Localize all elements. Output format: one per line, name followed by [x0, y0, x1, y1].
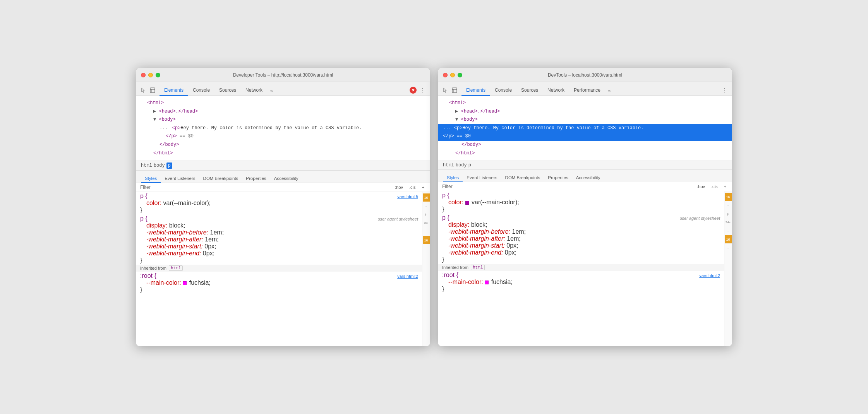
rule-selector-1[interactable]: p { [140, 193, 148, 200]
style-rule-p-2: p { user agent stylesheet display: block… [136, 214, 422, 265]
right-maximize-button[interactable] [458, 73, 462, 77]
rule-prop-main-color[interactable]: --main-color: fuchsia; [140, 279, 418, 286]
right-panel-tab-properties[interactable]: Properties [544, 174, 572, 182]
minimize-button[interactable] [148, 73, 153, 77]
right-rule-prop-main-color[interactable]: --main-color: fuchsia; [442, 279, 720, 286]
right-tab-console[interactable]: Console [490, 85, 516, 96]
panel-tab-event-listeners[interactable]: Event Listeners [161, 174, 199, 183]
right-inherited-tag[interactable]: html [471, 265, 485, 270]
right-panel-tab-event-listeners[interactable]: Event Listeners [463, 174, 501, 182]
right-rule-selector-2[interactable]: p { [442, 214, 449, 221]
inspect-icon[interactable] [149, 86, 156, 94]
right-dom-body-close[interactable]: </body> [443, 141, 727, 149]
right-tab-elements[interactable]: Elements [461, 85, 490, 96]
right-dom-html[interactable]: <html> [443, 99, 727, 108]
right-rule-prop-webkit-before[interactable]: -webkit-margin-before: 1em; [442, 228, 720, 235]
right-minimize-button[interactable] [450, 73, 455, 77]
panel-tab-properties[interactable]: Properties [242, 174, 270, 183]
right-tab-more[interactable]: » [605, 86, 614, 96]
right-dom-head[interactable]: ▶ <head>…</head> [443, 108, 727, 116]
rule-source-root[interactable]: vars.html:2 [397, 274, 418, 279]
rule-prop-webkit-after[interactable]: -webkit-margin-after: 1em; [140, 236, 418, 243]
dom-p-line[interactable]: ... <p>Hey there. My color is determined… [141, 124, 425, 133]
dom-head[interactable]: ▶ <head>…</head> [141, 108, 425, 116]
rule-selector-2[interactable]: p { [140, 215, 148, 222]
rule-selector-root[interactable]: :root { [140, 272, 156, 279]
cursor-icon[interactable] [139, 86, 147, 94]
tab-network[interactable]: Network [241, 85, 267, 96]
right-inspect-icon[interactable] [451, 86, 458, 94]
right-cls-button[interactable]: .cls [710, 184, 719, 189]
rule-header-1: p { vars.html:5 [140, 193, 418, 200]
right-rule-prop-display[interactable]: display: block; [442, 221, 720, 228]
close-button[interactable] [141, 73, 146, 77]
right-dom-p-close[interactable]: </p> == $0 [438, 132, 732, 141]
dom-html[interactable]: <html> [141, 99, 425, 108]
add-button[interactable]: + [420, 185, 426, 190]
left-dom-tree: <html> ▶ <head>…</head> ▼ <body> ... <p>… [136, 96, 430, 161]
breadcrumb-html[interactable]: html [141, 163, 152, 168]
tab-console[interactable]: Console [188, 85, 214, 96]
tab-more[interactable]: » [267, 86, 276, 96]
rule-prop-display[interactable]: display: block; [140, 222, 418, 229]
dom-html-close[interactable]: </html> [141, 149, 425, 158]
left-filter-input[interactable] [140, 185, 390, 190]
right-tab-sources[interactable]: Sources [516, 85, 543, 96]
dom-body[interactable]: ▼ <body> [141, 116, 425, 124]
right-panel-tab-styles[interactable]: Styles [443, 174, 463, 182]
cls-button[interactable]: .cls [408, 185, 417, 190]
rule-prop-webkit-start[interactable]: -webkit-margin-start: 0px; [140, 243, 418, 250]
maximize-button[interactable] [156, 73, 160, 77]
panel-tab-accessibility[interactable]: Accessibility [270, 174, 302, 183]
right-rule-source-root[interactable]: vars.html:2 [699, 273, 720, 278]
left-tabs-bar: Elements Console Sources Network » ✕ 1 ⋮ [136, 82, 430, 96]
left-styles-panel: :hov .cls + p { vars.html:5 color: var(-… [136, 183, 430, 346]
tab-right: ✕ 1 ⋮ [410, 86, 427, 96]
right-filter-input[interactable] [442, 184, 692, 189]
left-right-indicators: 16 - 9- 8× - 16 - [422, 192, 430, 346]
right-breadcrumb-body[interactable]: body [456, 163, 467, 168]
tab-sources[interactable]: Sources [214, 85, 241, 96]
right-hov-button[interactable]: :hov [695, 184, 707, 189]
right-more-icon[interactable]: ⋮ [721, 86, 729, 94]
rule-source-1[interactable]: vars.html:5 [397, 194, 418, 199]
right-cursor-icon[interactable] [441, 86, 449, 94]
breadcrumb-p[interactable]: p [166, 163, 172, 169]
right-rule-header-2: p { user agent stylesheet [442, 214, 720, 221]
right-close-button[interactable] [443, 73, 448, 77]
tab-elements[interactable]: Elements [160, 85, 188, 96]
right-rule-prop-webkit-after[interactable]: -webkit-margin-after: 1em; [442, 235, 720, 242]
right-tab-performance[interactable]: Performance [569, 85, 605, 96]
hov-button[interactable]: :hov [393, 185, 405, 190]
right-breadcrumb: html body p [438, 161, 732, 170]
breadcrumb-body[interactable]: body [154, 163, 165, 168]
rule-prop-color[interactable]: color: var(--main-color); [140, 200, 418, 207]
right-rule-prop-color[interactable]: color: var(--main-color); [442, 199, 720, 206]
rule-prop-webkit-before[interactable]: -webkit-margin-before: 1em; [140, 229, 418, 236]
panel-tab-styles[interactable]: Styles [141, 174, 161, 183]
panel-tab-dom-breakpoints[interactable]: DOM Breakpoints [199, 174, 242, 183]
right-tab-network[interactable]: Network [543, 85, 569, 96]
right-ind-g: g. [725, 210, 732, 218]
right-dom-html-close[interactable]: </html> [443, 149, 727, 158]
rule-prop-webkit-end[interactable]: -webkit-margin-end: 0px; [140, 250, 418, 257]
right-breadcrumb-html[interactable]: html [443, 163, 454, 168]
right-color-swatch-fuchsia[interactable] [485, 281, 489, 284]
dom-p-close[interactable]: </p> == $0 [141, 132, 425, 141]
right-rule-prop-webkit-start[interactable]: -webkit-margin-start: 0px; [442, 242, 720, 249]
dom-body-close[interactable]: </body> [141, 141, 425, 149]
right-dom-body[interactable]: ▼ <body> [443, 116, 727, 124]
right-rule-selector-1[interactable]: p { [442, 192, 449, 199]
right-rule-selector-root[interactable]: :root { [442, 272, 458, 279]
more-icon[interactable]: ⋮ [419, 86, 427, 94]
right-add-button[interactable]: + [722, 184, 728, 189]
inherited-tag[interactable]: html [169, 265, 183, 271]
right-breadcrumb-p[interactable]: p [468, 163, 471, 168]
color-swatch-fuchsia[interactable] [183, 281, 187, 285]
right-rule-prop-webkit-end[interactable]: -webkit-margin-end: 0px; [442, 249, 720, 256]
right-dom-p-line[interactable]: ... <p>Hey there. My color is determined… [438, 124, 732, 133]
right-panel-tab-dom-breakpoints[interactable]: DOM Breakpoints [501, 174, 544, 182]
svg-rect-5 [452, 88, 457, 92]
right-color-swatch[interactable] [465, 201, 469, 205]
right-panel-tab-accessibility[interactable]: Accessibility [572, 174, 604, 182]
